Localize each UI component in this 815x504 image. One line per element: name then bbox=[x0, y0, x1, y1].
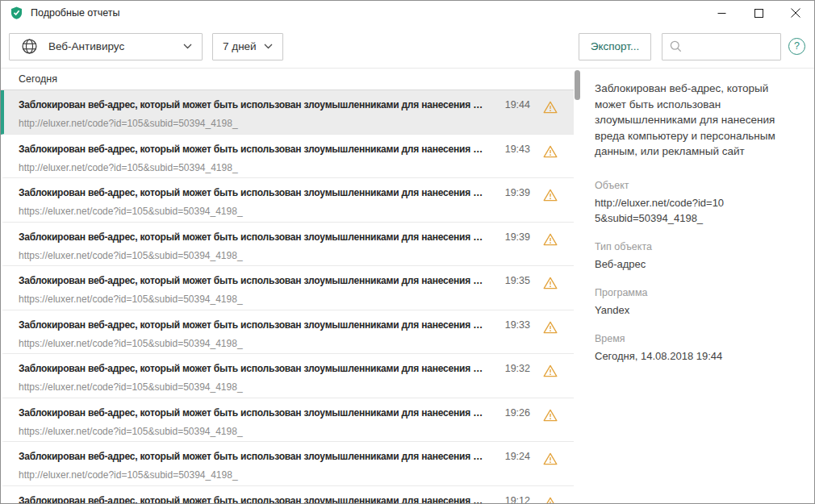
chevron-down-icon bbox=[183, 44, 192, 49]
report-list-item[interactable]: Заблокирован веб-адрес, который может бы… bbox=[1, 135, 574, 179]
report-row-time: 19:32 bbox=[495, 363, 530, 374]
detail-field-label: Программа bbox=[595, 287, 798, 298]
warning-icon bbox=[543, 233, 558, 249]
report-list-item[interactable]: Заблокирован веб-адрес, который может бы… bbox=[1, 398, 574, 443]
report-row-title: Заблокирован веб-адрес, который может бы… bbox=[19, 187, 488, 198]
report-list-item[interactable]: Заблокирован веб-адрес, который может бы… bbox=[1, 178, 574, 223]
help-button[interactable]: ? bbox=[788, 38, 805, 55]
report-row-url: http://eluxer.net/code?id=105&subid=5039… bbox=[19, 118, 559, 129]
warning-icon bbox=[543, 364, 558, 381]
detail-pane: Заблокирован веб-адрес, который может бы… bbox=[581, 69, 814, 503]
report-row-url: https://eluxer.net/code?id=105&subid=503… bbox=[19, 381, 559, 393]
report-list-item[interactable]: Заблокирован веб-адрес, который может бы… bbox=[1, 90, 574, 135]
detail-field-time: Время Сегодня, 14.08.2018 19:44 bbox=[595, 333, 798, 364]
detail-field-value: Сегодня, 14.08.2018 19:44 bbox=[595, 348, 798, 364]
report-row-time: 19:43 bbox=[495, 144, 530, 155]
report-list-item[interactable]: Заблокирован веб-адрес, который может бы… bbox=[1, 354, 574, 398]
report-row-title: Заблокирован веб-адрес, который может бы… bbox=[19, 451, 488, 462]
report-row-time: 19:44 bbox=[495, 99, 530, 110]
report-row-time: 19:35 bbox=[495, 275, 530, 286]
warning-icon bbox=[543, 409, 558, 425]
report-list-item[interactable]: Заблокирован веб-адрес, который может бы… bbox=[1, 266, 574, 310]
warning-icon bbox=[543, 189, 558, 205]
report-row-top: Заблокирован веб-адрес, который может бы… bbox=[19, 273, 559, 289]
report-row-title: Заблокирован веб-адрес, который может бы… bbox=[19, 144, 488, 155]
help-icon: ? bbox=[794, 41, 800, 52]
period-filter-value: 7 дней bbox=[223, 40, 257, 52]
warning-icon bbox=[543, 497, 558, 504]
report-row-top: Заблокирован веб-адрес, который может бы… bbox=[19, 229, 559, 245]
toolbar: Веб-Антивирус 7 дней Экспорт... ? bbox=[1, 25, 814, 69]
minimize-icon bbox=[717, 9, 726, 18]
kaspersky-shield-icon bbox=[10, 6, 23, 20]
report-row-time: 19:33 bbox=[495, 319, 530, 331]
report-row-url: https://eluxer.net/code?id=105&subid=503… bbox=[19, 338, 559, 349]
minimize-button[interactable] bbox=[703, 1, 740, 25]
report-row-top: Заблокирован веб-адрес, который может бы… bbox=[19, 405, 559, 421]
detail-field-object-type: Тип объекта Веб-адрес bbox=[595, 241, 798, 272]
scrollbar-thumb[interactable] bbox=[575, 70, 580, 100]
report-row-time: 19:39 bbox=[495, 231, 530, 243]
report-list-item[interactable]: Заблокирован веб-адрес, который может бы… bbox=[1, 310, 574, 355]
report-row-top: Заблокирован веб-адрес, который может бы… bbox=[19, 185, 559, 201]
report-list-item[interactable]: Заблокирован веб-адрес, который может бы… bbox=[1, 442, 574, 486]
report-row-url: http://eluxer.net/code?id=105&subid=5039… bbox=[19, 162, 559, 173]
export-button[interactable]: Экспорт... bbox=[579, 33, 651, 60]
report-row-title: Заблокирован веб-адрес, который может бы… bbox=[19, 363, 488, 374]
report-row-time: 19:24 bbox=[495, 451, 530, 462]
detail-field-label: Объект bbox=[595, 180, 798, 191]
warning-icon bbox=[543, 145, 558, 161]
report-row-time: 19:12 bbox=[495, 495, 530, 504]
report-row-title: Заблокирован веб-адрес, который может бы… bbox=[19, 231, 488, 243]
window-title: Подробные отчеты bbox=[31, 7, 120, 19]
maximize-button[interactable] bbox=[740, 1, 777, 25]
chevron-down-icon bbox=[264, 44, 273, 49]
report-row-top: Заблокирован веб-адрес, который может бы… bbox=[19, 141, 559, 157]
report-row-top: Заблокирован веб-адрес, который может бы… bbox=[19, 317, 559, 333]
title-bar: Подробные отчеты bbox=[1, 1, 814, 25]
detail-description: Заблокирован веб-адрес, который может бы… bbox=[595, 81, 798, 160]
search-icon bbox=[670, 40, 682, 52]
report-row-top: Заблокирован веб-адрес, который может бы… bbox=[19, 360, 559, 377]
report-list-item[interactable]: Заблокирован веб-адрес, который может бы… bbox=[1, 486, 574, 504]
detail-field-value: Веб-адрес bbox=[595, 256, 798, 272]
report-row-url: https://eluxer.net/code?id=105&subid=503… bbox=[19, 250, 559, 261]
report-row-title: Заблокирован веб-адрес, который может бы… bbox=[19, 319, 488, 331]
report-row-top: Заблокирован веб-адрес, который может бы… bbox=[19, 448, 559, 464]
report-row-title: Заблокирован веб-адрес, который может бы… bbox=[19, 407, 488, 419]
report-list-rows: Заблокирован веб-адрес, который может бы… bbox=[1, 90, 574, 503]
list-scrollbar[interactable] bbox=[574, 69, 581, 503]
report-row-time: 19:26 bbox=[495, 407, 530, 419]
warning-icon bbox=[543, 321, 558, 337]
main-content: Сегодня Заблокирован веб-адрес, который … bbox=[1, 69, 814, 503]
report-row-url: https://eluxer.net/code?id=105&subid=503… bbox=[19, 294, 559, 305]
report-row-time: 19:39 bbox=[495, 187, 530, 198]
window-controls bbox=[703, 1, 814, 25]
report-list-item[interactable]: Заблокирован веб-адрес, который может бы… bbox=[1, 223, 574, 267]
report-row-url: https://eluxer.net/code?id=105&subid=503… bbox=[19, 426, 559, 437]
close-icon bbox=[791, 8, 800, 18]
report-row-title: Заблокирован веб-адрес, который может бы… bbox=[19, 275, 488, 286]
search-box[interactable] bbox=[662, 33, 781, 60]
globe-icon bbox=[21, 38, 38, 55]
report-row-url: http://eluxer.net/code?id=105&subid=5039… bbox=[19, 469, 559, 481]
detail-field-value: http://eluxer.net/code?id=105&subid=5039… bbox=[595, 195, 728, 226]
report-row-title: Заблокирован веб-адрес, который может бы… bbox=[19, 99, 488, 110]
report-row-top: Заблокирован веб-адрес, который может бы… bbox=[19, 97, 559, 113]
warning-icon bbox=[543, 452, 558, 469]
detail-field-program: Программа Yandex bbox=[595, 287, 798, 318]
close-button[interactable] bbox=[777, 1, 814, 25]
detail-field-label: Тип объекта bbox=[595, 241, 798, 252]
component-filter-value: Веб-Антивирус bbox=[48, 40, 183, 52]
detail-field-label: Время bbox=[595, 333, 798, 344]
detail-field-value: Yandex bbox=[595, 302, 798, 318]
warning-icon bbox=[543, 101, 558, 117]
report-row-url: https://eluxer.net/code?id=105&subid=503… bbox=[19, 206, 559, 217]
report-list-pane: Сегодня Заблокирован веб-адрес, который … bbox=[1, 69, 574, 503]
component-filter-dropdown[interactable]: Веб-Антивирус bbox=[9, 33, 203, 60]
report-row-title: Заблокирован веб-адрес, который может бы… bbox=[19, 495, 488, 504]
detail-field-object: Объект http://eluxer.net/code?id=105&sub… bbox=[595, 180, 798, 226]
period-filter-dropdown[interactable]: 7 дней bbox=[212, 33, 283, 60]
date-group-header: Сегодня bbox=[1, 69, 574, 90]
search-input[interactable] bbox=[688, 40, 774, 53]
